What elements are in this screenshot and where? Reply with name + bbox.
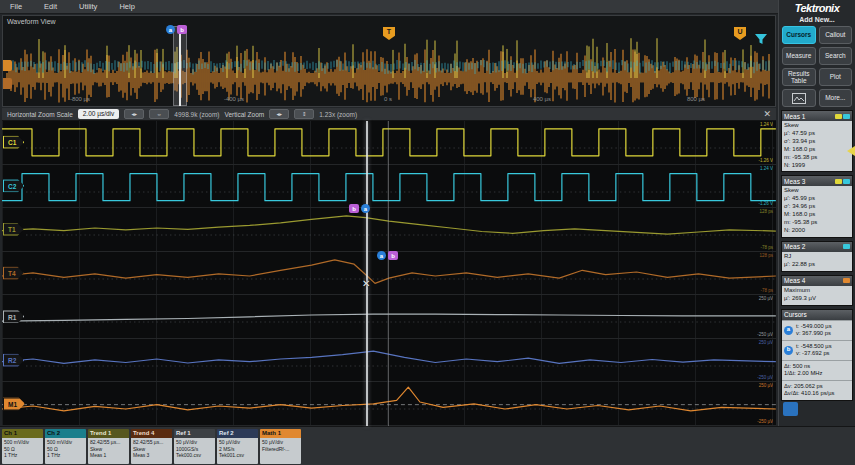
cursor-b-badge[interactable]: b xyxy=(388,251,398,260)
badge-title: Trend 1 xyxy=(88,429,129,438)
h-zoom-scale-field[interactable]: 2.00 µs/div xyxy=(78,109,120,119)
source-chip xyxy=(835,179,842,184)
sidebar-button-measure[interactable]: Measure xyxy=(782,47,816,65)
overview-left-handle-1[interactable] xyxy=(3,60,12,71)
channel-badge-trend1[interactable]: Trend 182.42/55 µs...SkewMeas 1 xyxy=(88,429,129,464)
channel-badge-ch1[interactable]: Ch 1500 mV/div50 Ω1 THz xyxy=(2,429,43,464)
sidebar-button-cursors[interactable]: Cursors xyxy=(782,26,816,44)
badge-details: 50 µV/div1000GS/sTek000.csv xyxy=(174,438,215,464)
cursor-a-badge[interactable]: a xyxy=(166,25,175,34)
waveform-slice-r2: R2250 µV-250 µV xyxy=(2,339,776,383)
overview-left-handle-2[interactable] xyxy=(3,78,12,89)
overview-axis-tick: 800 µs xyxy=(687,96,705,102)
waveform-slice-c1: C11.24 V-1.26 V xyxy=(2,121,776,165)
h-zoom-step-button[interactable]: ◂▸ xyxy=(124,109,144,119)
sidebar-button-callout[interactable]: Callout xyxy=(819,26,853,44)
channel-badge-ref2[interactable]: Ref 250 µV/div2 MS/sTek001.csv xyxy=(217,429,258,464)
h-zoom-readout: 4998.9k (zoom) xyxy=(174,111,219,118)
waveform-slice-r1: R1250 µV-250 µV xyxy=(2,295,776,339)
cursors-panel-title: Cursors xyxy=(782,310,852,320)
v-zoom-readout: 1.23x (zoom) xyxy=(319,111,357,118)
cursor-readout-values: t: -549.000 µsv: 367.990 ps xyxy=(796,323,850,338)
scale-readout-top: 128 ps xyxy=(759,209,773,214)
v-zoom-fit-button[interactable]: ⇕ xyxy=(294,109,314,119)
cursor-b-line[interactable] xyxy=(388,121,389,426)
cursor-intersection-marker[interactable]: ✕ xyxy=(362,278,370,289)
meas-source-chips xyxy=(835,179,850,184)
overview-axis-tick: -400 µs xyxy=(224,96,244,102)
channel-badge-math1[interactable]: Math 150 µV/divFilteredRf-... xyxy=(260,429,301,464)
meas-panel-meas1[interactable]: Meas 1Skewµ': 47.59 psσ': 33.94 psM: 168… xyxy=(781,110,853,172)
sidebar-button-search[interactable]: Search xyxy=(819,47,853,65)
badge-details: 50 µV/divFilteredRf-... xyxy=(260,438,301,464)
v-zoom-label: Vertical Zoom xyxy=(225,111,265,118)
badge-details: 500 mV/div50 Ω1 THz xyxy=(2,438,43,464)
waveform-slice-c2: C21.24 V-1.26 V xyxy=(2,165,776,209)
menu-bar: FileEditUtilityHelp xyxy=(0,0,778,14)
right-sidebar: Tektronix Add New... CursorsCalloutMeasu… xyxy=(778,0,855,426)
channel-badge-trend4[interactable]: Trend 482.42/55 µs...SkewMeas 3 xyxy=(131,429,172,464)
cursor-badge-pair-2[interactable]: a b xyxy=(377,251,398,260)
badge-details: 50 µV/div2 MS/sTek001.csv xyxy=(217,438,258,464)
meas-panel-title: Meas 2 xyxy=(782,242,852,252)
scale-readout-bottom: -1.26 V xyxy=(758,201,773,206)
channel-badge-ref1[interactable]: Ref 150 µV/div1000GS/sTek000.csv xyxy=(174,429,215,464)
cursor-readout-row: Δt: 500 ns1/Δt: 2.00 MHz xyxy=(782,360,852,380)
main-waveform-grid: C11.24 V-1.26 VC21.24 V-1.26 VT1128 ps-7… xyxy=(2,121,776,426)
overview-cursor-line[interactable] xyxy=(179,26,181,106)
cursor-a-badge[interactable]: a xyxy=(377,251,386,260)
badge-title: Math 1 xyxy=(260,429,301,438)
overview-axis-tick: 0 s xyxy=(384,96,392,102)
cursor-readout-values: Δt: 500 ns1/Δt: 2.00 MHz xyxy=(784,363,850,378)
h-zoom-fit-button[interactable]: ⇔ xyxy=(149,109,169,119)
screenshot-icon xyxy=(792,93,806,104)
badge-details: 82.42/55 µs...SkewMeas 3 xyxy=(131,438,172,464)
sidebar-button-resultstable[interactable]: Results Table xyxy=(782,68,816,86)
cursor-b-badge[interactable]: b xyxy=(177,25,187,34)
meas-panel-title: Meas 1 xyxy=(782,111,852,121)
scale-readout-top: 250 µV xyxy=(759,340,773,345)
screenshot-button[interactable] xyxy=(782,89,816,107)
v-zoom-step-button[interactable]: ◂▸ xyxy=(269,109,289,119)
menu-item-file[interactable]: File xyxy=(10,2,22,11)
waveform-slice-m1: M1250 µV-250 µV xyxy=(2,382,776,426)
meas-panel-values: Maximumµ': 269.3 µV xyxy=(782,286,852,305)
menu-item-edit[interactable]: Edit xyxy=(44,2,57,11)
meas-panel-values: Skewµ': 45.99 psσ': 34.96 psM: 168.0 psm… xyxy=(782,186,852,236)
cursor-a-flag[interactable] xyxy=(783,402,798,416)
menu-item-help[interactable]: Help xyxy=(119,2,134,11)
channel-badge-ch2[interactable]: Ch 2500 mV/div50 Ω1 THz xyxy=(45,429,86,464)
cursor-readout-values: t: -548.500 µsv: -37.692 ps xyxy=(796,343,850,358)
cursor-readout-row: at: -549.000 µsv: 367.990 ps xyxy=(782,320,852,340)
cursor-a-icon: a xyxy=(784,326,793,335)
source-chip xyxy=(843,179,850,184)
scale-readout-bottom: -78 ps xyxy=(760,245,773,250)
zoom-toolbar: Horizontal Zoom Scale 2.00 µs/div ◂▸ ⇔ 4… xyxy=(2,108,776,121)
badge-title: Ref 1 xyxy=(174,429,215,438)
waveform-overview: Waveform View a b T U -800 µs-400 µs0 s4… xyxy=(2,15,776,107)
sidebar-button-more[interactable]: More... xyxy=(819,89,853,107)
meas-panel-values: RJµ': 22.88 ps xyxy=(782,252,852,271)
overview-axis-tick: 400 µs xyxy=(533,96,551,102)
zoom-close-icon[interactable]: ✕ xyxy=(763,110,771,119)
cursor-b-badge[interactable]: b xyxy=(349,204,359,213)
menu-item-utility[interactable]: Utility xyxy=(79,2,97,11)
cursor-readout-row: Δv: 205.062 psΔv/Δt: 410.16 ps/µs xyxy=(782,380,852,400)
meas-panel-meas4[interactable]: Meas 4Maximumµ': 269.3 µV xyxy=(781,275,853,306)
overview-title: Waveform View xyxy=(7,18,56,25)
filter-funnel-icon[interactable] xyxy=(755,34,767,45)
cursors-results-panel[interactable]: Cursorsat: -549.000 µsv: 367.990 psbt: -… xyxy=(781,309,853,401)
cursor-badge-pair-1[interactable]: b a xyxy=(349,204,370,213)
cursor-a-line[interactable] xyxy=(366,121,368,426)
source-chip xyxy=(835,114,842,119)
scale-readout-bottom: -250 µV xyxy=(757,332,773,337)
sidebar-button-grid: CursorsCalloutMeasureSearchResults Table… xyxy=(779,23,855,107)
trigger-level-arrow[interactable] xyxy=(847,146,855,156)
cursor-a-badge[interactable]: a xyxy=(361,204,370,213)
sidebar-button-plot[interactable]: Plot xyxy=(819,68,853,86)
overview-cursor-badges[interactable]: a b xyxy=(166,25,187,34)
meas-panel-title: Meas 3 xyxy=(782,176,852,186)
meas-panel-meas2[interactable]: Meas 2RJµ': 22.88 ps xyxy=(781,241,853,272)
meas-panel-meas3[interactable]: Meas 3Skewµ': 45.99 psσ': 34.96 psM: 168… xyxy=(781,175,853,237)
source-chip xyxy=(843,278,850,283)
